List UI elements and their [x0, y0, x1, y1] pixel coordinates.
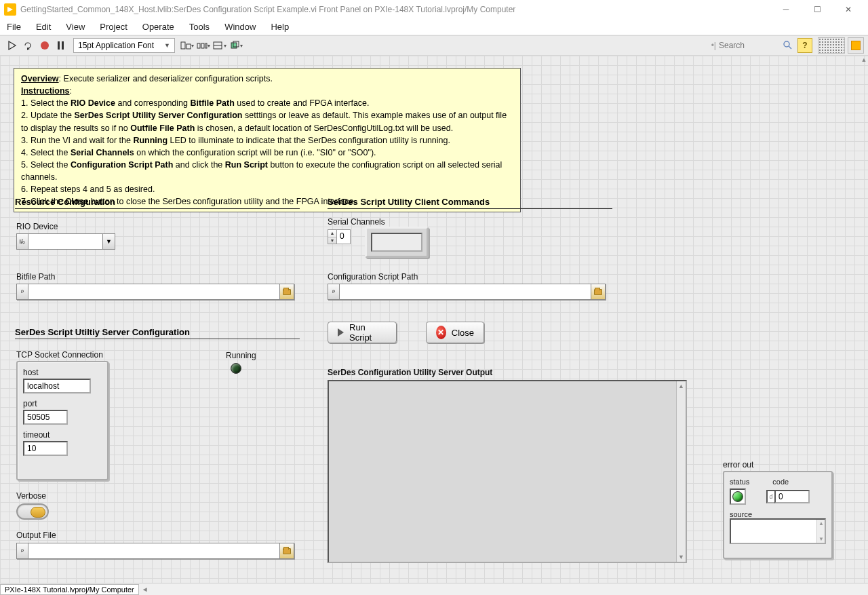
abort-button[interactable] [38, 39, 52, 52]
search-icon[interactable] [781, 39, 795, 52]
browse-button[interactable] [591, 284, 606, 300]
distribute-button[interactable]: ▾ [197, 39, 210, 52]
status-bar: PXIe-148X Tutorial.lvproj/My Computer ◄ [0, 583, 868, 595]
svg-point-15 [784, 41, 789, 47]
play-icon [338, 328, 344, 337]
section-resource-configuration: Resource Configuration [15, 197, 300, 209]
svg-point-3 [41, 41, 49, 50]
rio-device-label: RIO Device [16, 222, 58, 231]
toolbar: 15pt Application Font ▼ ▾ ▾ ▾ ▾ •| ? [0, 35, 868, 56]
run-script-button[interactable]: Run Script [328, 322, 397, 343]
close-window-button[interactable]: ✕ [833, 0, 864, 19]
svg-rect-4 [58, 41, 60, 50]
path-glyph-icon: ᵖ [16, 543, 28, 559]
bitfile-path-input[interactable]: ᵖ [16, 284, 294, 300]
align-button[interactable]: ▾ [180, 39, 194, 52]
svg-rect-8 [197, 43, 200, 48]
server-output-textarea[interactable]: ▲ ▼ [328, 380, 687, 563]
search-input[interactable] [719, 41, 780, 50]
maximize-button[interactable]: ☐ [802, 0, 833, 19]
svg-rect-7 [186, 44, 191, 49]
serial-index-control[interactable]: ▲▼ 0 [328, 229, 351, 244]
serial-index-value[interactable]: 0 [337, 229, 351, 244]
error-out-cluster: status code d0 source ▲ ▼ [723, 471, 833, 559]
host-label: host [23, 368, 102, 377]
close-label: Close [452, 328, 474, 338]
resize-button[interactable]: ▾ [213, 39, 226, 52]
connector-pane-icon[interactable] [818, 37, 845, 54]
rio-device-combo[interactable]: I/₀ ▼ [16, 233, 115, 250]
labview-icon [4, 3, 16, 16]
font-value: 15pt Application Font [78, 41, 154, 50]
menu-edit[interactable]: Edit [36, 22, 51, 32]
svg-rect-10 [205, 43, 207, 48]
timeout-input[interactable] [23, 441, 68, 456]
status-led [730, 488, 746, 505]
menu-tools[interactable]: Tools [189, 22, 210, 32]
verbose-label: Verbose [16, 491, 46, 501]
status-label: status [730, 478, 749, 486]
pause-button[interactable] [54, 39, 68, 52]
bitfile-path-label: Bitfile Path [16, 272, 55, 282]
close-icon: ✕ [436, 326, 446, 339]
scroll-up-icon[interactable]: ▲ [860, 56, 868, 64]
window-title: GettingStarted_Common_148X_Host.lvlib:Se… [20, 5, 515, 14]
tcp-cluster-label: TCP Socket Connection [16, 350, 103, 360]
browse-button[interactable] [279, 284, 294, 300]
canvas-scrollbar[interactable]: ▲ [860, 56, 868, 583]
scrollbar[interactable] [676, 381, 686, 562]
source-label: source [730, 510, 826, 518]
title-bar: GettingStarted_Common_148X_Host.lvlib:Se… [0, 0, 868, 19]
io-glyph-icon: I/₀ [16, 233, 28, 250]
section-server-output-label: SerDes Configuration Utility Server Outp… [328, 368, 492, 377]
menu-window[interactable]: Window [224, 22, 256, 32]
separator-icon: •| [711, 41, 716, 50]
path-glyph-icon: ᵖ [328, 284, 340, 300]
run-continuous-button[interactable] [22, 39, 35, 52]
running-label: Running [226, 351, 256, 360]
font-selector[interactable]: 15pt Application Font ▼ [73, 38, 175, 53]
chevron-down-icon: ▼ [103, 233, 115, 250]
hscroll-left-icon[interactable]: ◄ [142, 586, 149, 593]
menu-operate[interactable]: Operate [142, 22, 174, 32]
menu-project[interactable]: Project [100, 22, 127, 32]
timeout-label: timeout [23, 430, 102, 440]
config-script-path-label: Configuration Script Path [328, 272, 418, 282]
code-indicator: d0 [766, 490, 810, 503]
section-server-configuration: SerDes Script Utiltiy Server Configurati… [15, 327, 300, 339]
serial-channels-label: Serial Channels [328, 217, 385, 227]
svg-marker-0 [7, 7, 13, 12]
menu-file[interactable]: File [7, 22, 21, 32]
verbose-switch[interactable] [16, 503, 49, 520]
svg-line-16 [789, 46, 791, 49]
running-led [231, 363, 241, 374]
menu-help[interactable]: Help [271, 22, 289, 32]
run-button[interactable] [5, 39, 19, 52]
overview-text-box: Overview: Execute serializer and deseria… [14, 68, 521, 212]
error-out-label: error out [723, 460, 753, 469]
folder-icon [594, 289, 602, 295]
svg-marker-1 [9, 41, 16, 50]
host-input[interactable] [23, 379, 91, 394]
vi-icon[interactable] [848, 37, 864, 54]
scroll-down-icon[interactable]: ▼ [678, 554, 684, 560]
port-label: port [23, 399, 102, 408]
project-context[interactable]: PXIe-148X Tutorial.lvproj/My Computer [0, 584, 139, 595]
menu-view[interactable]: View [66, 22, 85, 32]
increment-button[interactable]: ▲ [328, 230, 336, 237]
reorder-button[interactable]: ▾ [229, 39, 243, 52]
folder-icon [283, 548, 291, 554]
decrement-button[interactable]: ▼ [328, 237, 336, 244]
port-input[interactable] [23, 410, 68, 425]
output-file-input[interactable]: ᵖ [16, 543, 294, 559]
minimize-button[interactable]: ─ [770, 0, 802, 19]
help-button[interactable]: ? [797, 38, 812, 53]
serial-channels-array[interactable] [365, 227, 429, 258]
run-script-label: Run Script [349, 322, 387, 343]
browse-button[interactable] [279, 543, 294, 559]
close-button[interactable]: ✕ Close [426, 322, 484, 343]
scroll-up-icon[interactable]: ▲ [678, 383, 684, 389]
config-script-path-input[interactable]: ᵖ [328, 284, 606, 300]
svg-rect-13 [231, 43, 237, 48]
menu-bar: File Edit View Project Operate Tools Win… [0, 19, 868, 35]
